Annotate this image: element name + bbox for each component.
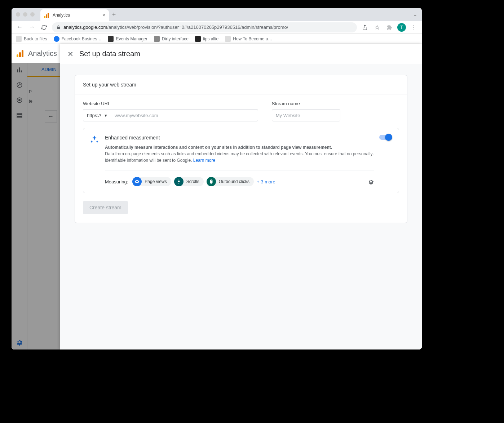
panel-header: ✕ Set up data stream (60, 44, 422, 64)
menu-icon[interactable]: ⋮ (410, 23, 418, 32)
sparkle-icon (90, 135, 100, 186)
share-icon[interactable] (361, 23, 369, 32)
website-url-label: Website URL (83, 101, 258, 106)
ga-product-name: Analytics (28, 49, 57, 58)
tab-title: Analytics (53, 13, 100, 18)
lock-icon (56, 25, 61, 30)
profile-avatar[interactable]: T (397, 23, 406, 32)
ga-logo-icon (17, 49, 25, 57)
eye-icon (132, 177, 142, 186)
stream-name-input[interactable] (272, 109, 340, 121)
chevron-down-icon: ▾ (105, 113, 107, 118)
measurement-chip: Scrolls (174, 177, 204, 186)
bookmark-item[interactable]: Facebook Busines… (54, 36, 102, 42)
enhanced-measurement-toggle[interactable] (379, 135, 392, 140)
bookmark-item[interactable]: How To Become a… (225, 36, 272, 42)
stream-name-label: Stream name (272, 101, 399, 106)
url-input[interactable]: analytics.google.com/analytics/web/provi… (52, 22, 357, 32)
new-tab-button[interactable]: + (109, 11, 119, 18)
bookmark-item[interactable]: Events Manager (108, 36, 147, 42)
bookmark-item[interactable]: tips allie (195, 36, 218, 42)
learn-more-link[interactable]: Learn more (193, 158, 215, 163)
enh-description: Automatically measure interactions and c… (105, 144, 374, 164)
measuring-label: Measuring: (105, 179, 128, 184)
create-stream-button[interactable]: Create stream (83, 201, 128, 214)
nav-reload-button[interactable] (40, 23, 48, 32)
web-stream-card: Set up your web stream Website URL https… (75, 75, 407, 223)
nav-forward-button[interactable]: → (27, 23, 36, 32)
window-max-dot[interactable] (30, 12, 35, 17)
browser-window: Analytics × + ⌄ ← → analytics.google.com… (12, 8, 422, 349)
browser-tabbar: Analytics × + ⌄ (12, 8, 422, 21)
card-title: Set up your web stream (75, 75, 407, 94)
scroll-icon (174, 177, 184, 186)
measurement-chip: Page views (132, 177, 171, 186)
stream-setup-panel: ✕ Set up data stream Set up your web str… (60, 44, 422, 349)
bookmark-item[interactable]: Dirty interface (154, 36, 189, 42)
window-close-dot[interactable] (16, 12, 20, 17)
star-icon[interactable]: ☆ (373, 23, 381, 32)
more-measurements-link[interactable]: + 3 more (257, 179, 275, 184)
url-text: analytics.google.com/analytics/web/provi… (63, 25, 288, 30)
panel-title: Set up data stream (79, 50, 140, 58)
measurement-settings-gear-icon[interactable] (368, 178, 374, 185)
protocol-select[interactable]: https:// ▾ (83, 109, 111, 121)
close-icon[interactable]: ✕ (67, 50, 74, 58)
browser-urlbar: ← → analytics.google.com/analytics/web/p… (12, 21, 422, 34)
measurement-chip: Outbound clicks (207, 177, 254, 186)
bookmarks-bar: Back to files Facebook Busines… Events M… (12, 34, 422, 44)
website-url-input[interactable] (111, 109, 258, 121)
measurement-chips: Page views Scrolls Outboun (132, 177, 275, 186)
mouse-icon (207, 177, 216, 186)
tab-close-icon[interactable]: × (102, 12, 105, 18)
ga-favicon (44, 12, 50, 18)
tab-overflow-icon[interactable]: ⌄ (413, 12, 417, 17)
enh-title: Enhanced measurement (105, 135, 374, 141)
window-min-dot[interactable] (23, 12, 27, 17)
enhanced-measurement-box: Enhanced measurement Automatically measu… (83, 128, 399, 193)
nav-back-button[interactable]: ← (15, 23, 24, 32)
app-viewport: Analytics ADMIN P te ← ✕ Set up data str… (12, 44, 422, 349)
extensions-icon[interactable] (385, 23, 394, 32)
window-controls (16, 12, 35, 17)
panel-body: Set up your web stream Website URL https… (60, 64, 422, 349)
browser-tab-active[interactable]: Analytics × (40, 9, 109, 21)
bookmark-item[interactable]: Back to files (16, 36, 47, 42)
